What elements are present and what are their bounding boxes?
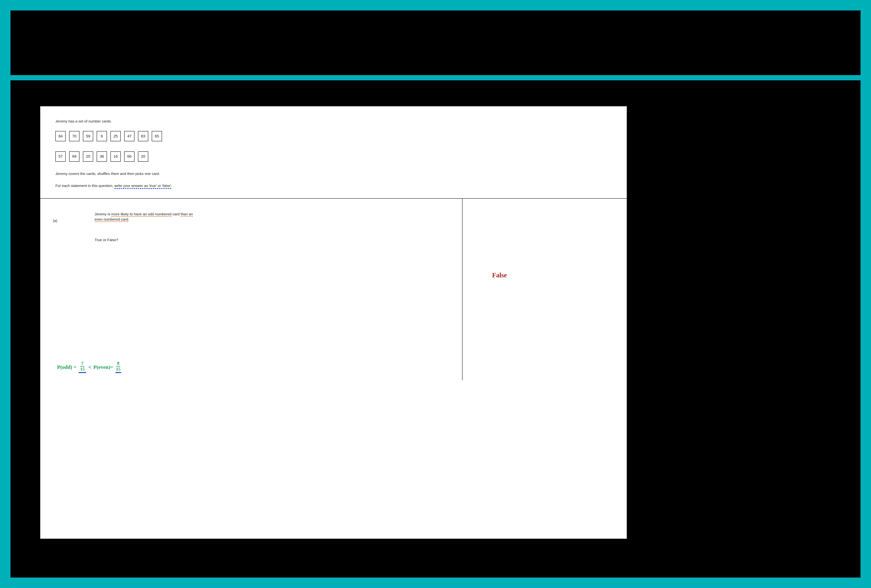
question-stem: Jeremy has a set of number cards. 84 70 … — [40, 106, 627, 198]
p-odd-fraction: 7 15 — [80, 361, 85, 371]
number-card: 6 — [97, 131, 107, 141]
number-card: 25 — [111, 131, 121, 141]
stmt-seg: card — [171, 212, 181, 216]
card-row-1: 84 70 59 6 25 47 83 65 — [55, 131, 611, 141]
p-even-fraction: 8 15 — [116, 361, 121, 371]
answer-column: False — [462, 199, 627, 380]
number-card: 20 — [83, 151, 93, 162]
number-card: 65 — [152, 131, 162, 141]
underline-mark — [79, 372, 86, 373]
number-card: 83 — [138, 131, 148, 141]
part-a-row: (a) Jeremy is more likely to have an odd… — [40, 198, 627, 380]
part-label: (a) — [53, 218, 57, 223]
number-card: 59 — [83, 131, 93, 141]
worksheet-page: Jeremy has a set of number cards. 84 70 … — [40, 106, 627, 539]
instruction-line: For each statement in this question, wri… — [55, 184, 172, 189]
instruction-suffix: . — [171, 184, 172, 188]
number-card: 47 — [124, 131, 135, 141]
instruction-underlined: write your answer as 'true' or 'false' — [114, 184, 171, 189]
intro-text: Jeremy has a set of number cards. — [55, 119, 611, 123]
statement-text: Jeremy is more likely to have an odd num… — [94, 211, 447, 222]
content-blackout: Jeremy has a set of number cards. 84 70 … — [10, 80, 861, 578]
handwritten-working: P(odd) = 7 15 < P(even)= 8 — [57, 361, 121, 373]
p-odd-denominator: 15 — [80, 367, 85, 371]
true-false-prompt: True or False? — [94, 238, 447, 242]
slide-frame: Jeremy has a set of number cards. 84 70 … — [0, 0, 871, 588]
number-card: 20 — [138, 151, 148, 162]
p-odd-numerator: 7 — [80, 361, 84, 367]
number-card: 66 — [124, 151, 135, 162]
stmt-underlined: than an — [181, 212, 193, 217]
comparator: < — [88, 364, 91, 370]
stmt-underlined: more likely to have an odd numbered — [111, 212, 172, 217]
number-card: 70 — [69, 131, 79, 141]
instruction-prefix: For each statement in this question, — [55, 184, 114, 188]
underline-mark — [115, 372, 121, 373]
number-card: 36 — [97, 151, 107, 162]
number-card: 57 — [55, 151, 66, 162]
p-even-numerator: 8 — [116, 361, 120, 367]
p-odd-label: P(odd) = — [57, 364, 76, 370]
stmt-seg: . — [128, 217, 129, 221]
number-card: 16 — [111, 151, 121, 162]
number-card: 84 — [55, 131, 66, 141]
shuffle-line: Jeremy covers the cards, shuffles them a… — [55, 172, 611, 176]
p-even-label: P(even)= — [93, 364, 113, 370]
card-row-2: 57 69 20 36 16 66 20 — [55, 151, 611, 162]
handwritten-answer: False — [492, 271, 507, 279]
title-bar-blackout — [10, 10, 861, 75]
number-card: 69 — [69, 151, 79, 162]
p-even-denominator: 15 — [116, 367, 121, 371]
stmt-seg: Jeremy is — [94, 212, 111, 216]
part-a-question: (a) Jeremy is more likely to have an odd… — [40, 199, 462, 380]
stmt-underlined: even numbered card — [94, 217, 128, 222]
